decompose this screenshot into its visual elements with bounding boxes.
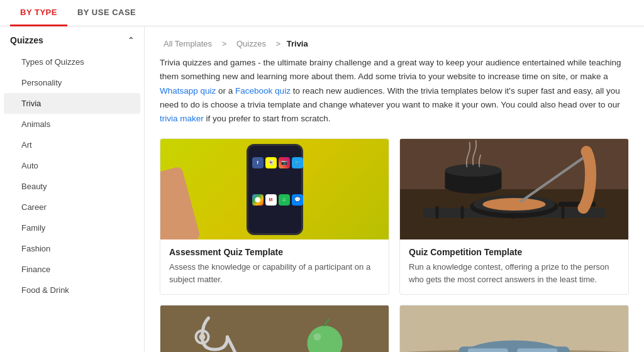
- sidebar-item-career[interactable]: Career: [4, 197, 140, 217]
- app-gmail-icon: M: [265, 194, 277, 206]
- app-messenger-icon: 💬: [292, 194, 303, 206]
- breadcrumb-trivia: Trivia: [287, 39, 308, 48]
- breadcrumb-all-templates[interactable]: All Templates: [164, 39, 212, 48]
- page-description: Trivia quizzes and games - the ultimate …: [160, 56, 629, 126]
- card-auto-quiz[interactable]: Auto Quiz Template Engage car enthusiast…: [399, 305, 629, 352]
- svg-point-21: [199, 334, 206, 340]
- sidebar-section-label: Quizzes: [10, 35, 43, 45]
- app-instagram-icon: 📷: [279, 157, 290, 168]
- sidebar-item-art[interactable]: Art: [4, 135, 140, 155]
- tab-by-type[interactable]: BY TYPE: [10, 0, 67, 26]
- app-facebook-icon: f: [252, 157, 264, 168]
- card-image-car: [400, 305, 628, 352]
- sidebar-item-food-drink[interactable]: Food & Drink: [4, 280, 140, 300]
- sidebar-item-finance[interactable]: Finance: [4, 259, 140, 280]
- card-desc-competition: Run a knowledge contest, offering a priz…: [409, 261, 619, 285]
- breadcrumb-separator-2: >: [276, 39, 283, 48]
- svg-rect-4: [461, 206, 464, 219]
- card-image-cooking: [400, 139, 628, 239]
- card-desc-assessment: Assess the knowledge or capability of a …: [169, 261, 380, 285]
- sidebar: Quizzes ⌃ Types of Quizzes Personality T…: [0, 26, 145, 352]
- sidebar-item-beauty[interactable]: Beauty: [4, 176, 140, 197]
- svg-rect-41: [468, 348, 508, 352]
- sidebar-item-auto[interactable]: Auto: [4, 155, 140, 176]
- svg-rect-42: [517, 348, 557, 352]
- svg-point-34: [314, 333, 321, 341]
- chevron-up-icon: ⌃: [128, 36, 134, 45]
- top-nav: BY TYPE BY USE CASE: [0, 0, 644, 26]
- sidebar-section-quizzes[interactable]: Quizzes ⌃: [0, 26, 144, 52]
- card-title-competition: Quiz Competition Template: [409, 247, 619, 257]
- svg-point-9: [483, 198, 546, 211]
- main-layout: Quizzes ⌃ Types of Quizzes Personality T…: [0, 26, 644, 352]
- breadcrumb-quizzes[interactable]: Quizzes: [236, 39, 266, 48]
- svg-rect-15: [160, 305, 389, 352]
- card-body-assessment: Assessment Quiz Template Assess the know…: [160, 239, 389, 294]
- card-health-quiz[interactable]: Health Quiz Template Test your audience'…: [160, 305, 389, 352]
- card-assessment-quiz[interactable]: f 👻 📷 🐦 ⬤ M ♫ 💬 Assessment Quiz Template: [160, 138, 389, 295]
- phone-mockup: f 👻 📷 🐦 ⬤ M ♫ 💬: [247, 144, 303, 235]
- card-image-health: [160, 305, 389, 352]
- app-spotify-icon: ♫: [279, 194, 290, 206]
- svg-rect-3: [436, 206, 439, 219]
- sidebar-item-animals[interactable]: Animals: [4, 114, 140, 135]
- cards-grid: f 👻 📷 🐦 ⬤ M ♫ 💬 Assessment Quiz Template: [160, 138, 629, 352]
- content-area: All Templates > Quizzes > Trivia Trivia …: [145, 26, 644, 352]
- card-body-competition: Quiz Competition Template Run a knowledg…: [400, 239, 628, 294]
- cooking-svg: [400, 139, 628, 239]
- breadcrumb-separator-1: >: [222, 39, 229, 48]
- tab-by-use-case[interactable]: BY USE CASE: [67, 0, 146, 26]
- breadcrumb: All Templates > Quizzes > Trivia: [160, 39, 629, 48]
- trivia-maker-link[interactable]: trivia maker: [160, 114, 204, 123]
- card-quiz-competition[interactable]: Quiz Competition Template Run a knowledg…: [399, 138, 629, 295]
- svg-point-13: [445, 164, 502, 177]
- sidebar-item-fashion[interactable]: Fashion: [4, 238, 140, 259]
- app-chrome-icon: ⬤: [252, 194, 264, 206]
- app-snapchat-icon: 👻: [265, 157, 277, 168]
- sidebar-item-trivia[interactable]: Trivia: [4, 93, 140, 114]
- svg-rect-6: [562, 206, 565, 219]
- hand-shape: [160, 166, 201, 239]
- sidebar-item-types-of-quizzes[interactable]: Types of Quizzes: [4, 52, 140, 72]
- sidebar-item-personality[interactable]: Personality: [4, 72, 140, 93]
- car-svg: [400, 305, 628, 352]
- card-title-assessment: Assessment Quiz Template: [169, 247, 380, 257]
- sidebar-item-family[interactable]: Family: [4, 217, 140, 238]
- card-image-phone: f 👻 📷 🐦 ⬤ M ♫ 💬: [160, 139, 389, 239]
- facebook-quiz-link[interactable]: Facebook quiz: [235, 86, 291, 96]
- health-svg: [160, 305, 389, 352]
- app-twitter-icon: 🐦: [292, 157, 303, 168]
- whatsapp-quiz-link[interactable]: Whatsapp quiz: [160, 86, 216, 96]
